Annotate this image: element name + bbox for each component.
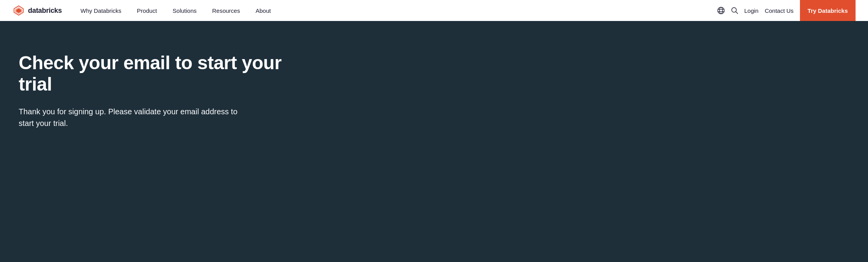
- navbar-right: Login Contact Us Try Databricks: [717, 0, 856, 21]
- nav-item-resources[interactable]: Resources: [206, 5, 247, 16]
- logo-icon: [12, 4, 25, 17]
- nav-menu: Why Databricks Product Solutions Resourc…: [74, 5, 717, 16]
- svg-point-1: [719, 7, 723, 14]
- logo[interactable]: databricks: [12, 4, 62, 17]
- login-link[interactable]: Login: [744, 7, 759, 14]
- hero-title: Check your email to start your trial: [19, 52, 291, 95]
- hero-section: Check your email to start your trial Tha…: [0, 21, 868, 262]
- try-databricks-button[interactable]: Try Databricks: [800, 0, 856, 21]
- search-icon[interactable]: [731, 7, 738, 14]
- globe-icon[interactable]: [717, 7, 725, 14]
- logo-text: databricks: [28, 7, 62, 15]
- navbar: databricks Why Databricks Product Soluti…: [0, 0, 868, 21]
- nav-item-why-databricks[interactable]: Why Databricks: [74, 5, 128, 16]
- contact-link[interactable]: Contact Us: [765, 7, 793, 14]
- svg-point-0: [718, 7, 724, 14]
- nav-item-about[interactable]: About: [249, 5, 277, 16]
- hero-subtitle: Thank you for signing up. Please validat…: [19, 106, 252, 129]
- nav-item-solutions[interactable]: Solutions: [166, 5, 203, 16]
- nav-item-product[interactable]: Product: [131, 5, 163, 16]
- svg-line-5: [736, 12, 738, 14]
